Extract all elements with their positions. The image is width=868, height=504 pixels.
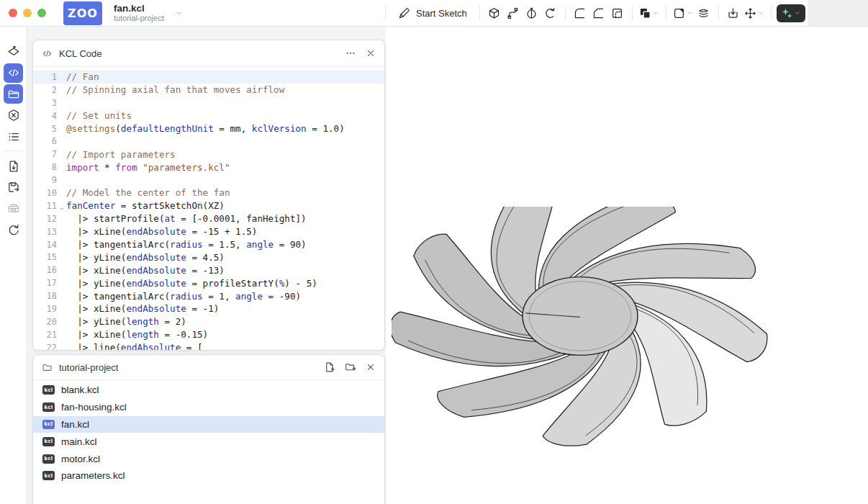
files-icon [7, 88, 20, 101]
sidebar-machine-button[interactable] [4, 199, 23, 218]
sidebar-code-button[interactable] [4, 63, 23, 83]
insert-button[interactable] [724, 4, 743, 22]
file-row[interactable]: kclmain.kcl [33, 433, 384, 450]
code-panel-header: KCL Code [33, 40, 384, 67]
overflow-menu-button[interactable] [345, 48, 356, 59]
project-files-panel: tutorial-project kclblank.kclkclfan-hous… [32, 354, 385, 504]
loft-button[interactable] [523, 4, 541, 22]
export-file-icon [7, 160, 20, 173]
chamfer-button[interactable] [589, 4, 608, 22]
fillet-button[interactable] [571, 4, 589, 22]
code-line[interactable]: 5@settings(defaultLengthUnit = mm, kclVe… [33, 122, 384, 135]
toolbar-divider [718, 6, 719, 20]
code-line[interactable]: 21 |> xLine(length = -0.15) [33, 328, 384, 341]
minimize-button[interactable] [23, 9, 32, 17]
kcl-code-panel: KCL Code 1// Fan2// Spinning axial fan t… [32, 40, 385, 351]
sidebar-refresh-button[interactable] [4, 220, 23, 240]
code-line[interactable]: 20 |> yLine(length = 2) [33, 315, 384, 328]
revolve-button[interactable] [541, 4, 560, 22]
machine-icon [7, 202, 20, 215]
file-row[interactable]: kclmotor.kcl [33, 450, 384, 467]
new-folder-button[interactable] [345, 361, 356, 373]
file-row[interactable]: kclparameters.kcl [33, 467, 384, 485]
variables-icon [7, 109, 20, 122]
code-line[interactable]: 12 |> startProfile(at = [-0.0001, fanHei… [33, 212, 384, 225]
code-text: |> startProfile(at = [-0.0001, fanHeight… [66, 213, 384, 224]
files-panel-title: tutorial-project [59, 362, 118, 373]
file-row[interactable]: kclfan-housing.kcl [33, 399, 384, 416]
close-button[interactable] [9, 9, 17, 17]
helix-button[interactable] [695, 4, 713, 22]
zoom-button[interactable] [37, 9, 46, 17]
sidebar-variables-button[interactable] [4, 106, 23, 125]
3d-viewport[interactable] [386, 27, 868, 504]
code-line[interactable]: 9 [33, 174, 384, 186]
fan-3d-model[interactable] [392, 207, 805, 482]
toolbar-divider [666, 6, 666, 20]
sidebar-logs-button[interactable] [4, 127, 23, 146]
code-line[interactable]: 10// Model the center of the fan [33, 186, 384, 199]
project-name-subtitle: tutorial-project [114, 14, 164, 23]
kcl-file-icon: kcl [42, 471, 55, 480]
code-line[interactable]: 1// Fan [33, 71, 384, 84]
sidebar-export-file-button[interactable] [4, 156, 23, 176]
top-bar: ZOO fan.kcl tutorial-project Start Sketc… [0, 0, 868, 27]
start-sketch-button[interactable]: Start Sketch [391, 3, 474, 23]
code-text: |> xLine(endAbsolute = -1) [66, 303, 384, 314]
code-line[interactable]: 13 |> xLine(endAbsolute = -15 + 1.5) [33, 225, 384, 238]
plane-icon [673, 7, 685, 19]
transform-button[interactable] [743, 4, 766, 22]
new-file-button[interactable] [324, 361, 335, 373]
code-line[interactable]: 3 [33, 96, 384, 109]
code-editor[interactable]: 1// Fan2// Spinning axial fan that moves… [33, 67, 384, 350]
close-button[interactable] [366, 362, 376, 372]
code-line[interactable]: 17 |> yLine(endAbsolute = profileStartY(… [33, 276, 384, 289]
project-title-block[interactable]: fan.kcl tutorial-project [114, 3, 164, 23]
code-line[interactable]: 15 |> yLine(endAbsolute = 4.5) [33, 251, 384, 264]
line-number: 19 [33, 304, 66, 314]
file-row[interactable]: kclblank.kcl [33, 382, 384, 399]
shell-icon [611, 7, 623, 19]
project-menu-chevron-icon[interactable] [174, 9, 184, 18]
code-line[interactable]: 18 |> tangentialArc(radius = 1, angle = … [33, 289, 384, 302]
line-number: 2 [33, 85, 66, 95]
code-text: |> yLine(endAbsolute = profileStartY(%) … [66, 278, 384, 289]
code-line[interactable]: 22 |> line(endAbsolute = [ [33, 341, 384, 350]
sweep-button[interactable] [504, 4, 523, 22]
file-name: main.kcl [61, 436, 97, 447]
code-line[interactable]: 11fanCenter = startSketchOn(XZ) [33, 199, 384, 212]
fan-hub[interactable] [523, 277, 638, 356]
shell-button[interactable] [608, 4, 627, 22]
code-line[interactable]: 14 |> tangentialArc(radius = 1.5, angle … [33, 238, 384, 251]
plane-button[interactable] [672, 4, 695, 22]
left-sidebar [0, 27, 27, 504]
code-text: |> yLine(length = 2) [66, 316, 384, 327]
text-to-cad-button[interactable] [777, 4, 805, 22]
code-text: fanCenter = startSketchOn(XZ) [66, 200, 384, 211]
kcl-file-icon: kcl [42, 420, 55, 429]
kcl-file-icon: kcl [42, 385, 55, 395]
code-text: // Spinning axial fan that moves airflow [66, 84, 384, 95]
extrude-button[interactable] [485, 4, 504, 22]
code-line[interactable]: 6 [33, 135, 384, 148]
file-name: blank.kcl [61, 384, 99, 395]
code-line[interactable]: 2// Spinning axial fan that moves airflo… [33, 84, 384, 96]
close-button[interactable] [366, 48, 376, 58]
code-line[interactable]: 7// Import parameters [33, 148, 384, 161]
code-line[interactable]: 8import * from "parameters.kcl" [33, 161, 384, 174]
fold-chevron-icon[interactable] [59, 204, 65, 214]
line-number: 21 [33, 330, 66, 340]
sidebar-save-export-button[interactable] [4, 178, 23, 197]
window-controls [0, 9, 46, 17]
code-line[interactable]: 16 |> xLine(endAbsolute = -13) [33, 264, 384, 276]
chevron-down-icon [757, 9, 764, 17]
transform-icon [744, 7, 756, 19]
line-number: 6 [33, 136, 66, 146]
code-line[interactable]: 4// Set units [33, 109, 384, 122]
sidebar-feature-tree-button[interactable] [4, 42, 23, 61]
zoo-logo[interactable]: ZOO [63, 1, 102, 25]
boolean-button[interactable] [638, 4, 661, 22]
sidebar-files-button[interactable] [4, 84, 23, 104]
code-line[interactable]: 19 |> xLine(endAbsolute = -1) [33, 302, 384, 315]
file-row[interactable]: kclfan.kcl [33, 416, 384, 433]
